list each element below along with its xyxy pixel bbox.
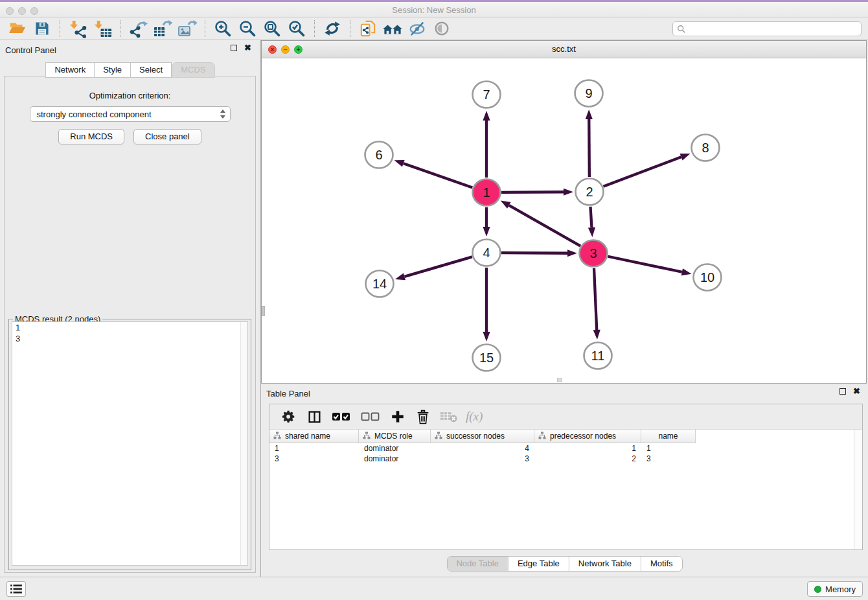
optimization-criterion-label: Optimization criterion: [5,91,255,100]
import-table-button[interactable] [90,18,115,39]
hide-panels-icon [407,19,427,38]
status-bar: Memory [0,577,868,600]
search-input[interactable] [686,25,857,34]
graph-edge[interactable] [608,257,682,272]
zoom-selected-button[interactable] [284,18,309,39]
criterion-dropdown[interactable]: strongly connected component [30,106,231,122]
clone-network-icon [359,19,378,38]
save-session-button[interactable] [30,18,54,39]
table-row[interactable]: 1dominator411 [269,443,862,454]
graph-edge-arrowhead [483,227,490,237]
add-column-button[interactable] [389,407,407,426]
table-row[interactable]: 3dominator323 [269,454,862,464]
refresh-icon [323,19,341,38]
table-cell[interactable]: 1 [534,443,641,454]
search-box[interactable] [672,21,862,36]
export-image-button[interactable] [175,18,200,39]
zoom-out-button[interactable] [235,18,260,39]
close-panel-icon[interactable]: ✖ [244,45,251,51]
close-panel-button[interactable]: Close panel [133,129,201,144]
table-body: 1dominator4113dominator323 [269,443,862,464]
mcds-result-text[interactable]: 13 [12,321,248,566]
graph-edge[interactable] [509,205,580,246]
import-network-button[interactable] [65,18,90,39]
tab-network-table[interactable]: Network Table [569,557,641,571]
graph-edge[interactable] [589,119,589,177]
tab-network[interactable]: Network [45,62,95,78]
import-table-icon [93,19,112,38]
graph-edge[interactable] [604,157,681,187]
graph-node-label: 8 [702,141,709,155]
table-cell[interactable]: 1 [269,443,359,454]
delete-table-icon [440,410,457,423]
table-settings-button[interactable] [280,407,298,426]
column-header-mcds-role[interactable]: MCDS role [359,430,431,443]
export-table-button[interactable] [150,18,175,39]
graph-edge[interactable] [501,253,567,253]
canvas-vscroll-thumb[interactable] [262,306,265,316]
graph-edge-arrowhead [394,160,405,167]
tab-node-table[interactable]: Node Table [447,557,508,571]
graph-edge-arrowhead [681,268,692,275]
graph-node-label: 1 [483,185,490,200]
app-titlebar: Session: New Session [0,0,868,17]
delete-column-button[interactable] [414,407,432,426]
column-header-predecessor-nodes[interactable]: predecessor nodes [534,430,641,443]
session-home-button[interactable] [380,18,405,39]
float-panel-icon[interactable] [231,45,237,51]
table-cell[interactable]: dominator [359,443,431,454]
export-network-button[interactable] [126,18,150,39]
column-header-shared-name[interactable]: shared name [269,430,359,443]
memory-button[interactable]: Memory [807,581,863,597]
unselect-all-columns-button[interactable] [360,407,382,426]
graph-edge[interactable] [404,257,472,276]
network-window-titlebar[interactable]: × – + scc.txt [262,41,866,58]
table-panel-title: Table Panel [266,389,310,398]
float-table-panel-icon[interactable] [839,388,846,395]
task-history-button[interactable] [6,581,26,597]
network-window-title: scc.txt [262,44,866,54]
column-header-successor-nodes[interactable]: successor nodes [431,430,534,443]
graph-edge[interactable] [501,192,564,192]
table-scrollbar[interactable] [854,430,862,549]
network-canvas[interactable]: 7968124314101511 [262,58,866,383]
table-cell[interactable]: 1 [641,443,696,454]
zoom-in-button[interactable] [211,18,235,39]
tab-motifs[interactable]: Motifs [641,557,682,571]
show-panels-icon [433,19,451,38]
clone-network-button[interactable] [356,18,380,39]
refresh-layout-button[interactable] [320,18,345,39]
network-view-window: × – + scc.txt 7968124314101511 [261,40,867,384]
graph-edge-arrowhead [593,330,600,340]
graph-node-label: 2 [586,185,593,199]
run-mcds-button[interactable]: Run MCDS [58,129,124,144]
result-scrollbar[interactable] [240,322,247,565]
graph-edge[interactable] [594,268,597,330]
close-table-panel-icon[interactable]: ✖ [853,388,860,395]
open-session-button[interactable] [5,18,30,39]
table-cell[interactable]: dominator [359,454,431,464]
column-header-name[interactable]: name [641,430,696,443]
show-panels-button[interactable] [429,18,454,39]
column-layout-button[interactable] [305,407,323,426]
select-all-columns-button[interactable] [330,407,352,426]
tab-style[interactable]: Style [95,62,131,78]
graph-edge-arrowhead [588,227,595,237]
zoom-in-icon [214,19,232,38]
plus-icon [391,410,405,424]
graph-edge-arrowhead [483,332,490,341]
table-cell[interactable]: 3 [269,454,359,464]
graph-edge[interactable] [590,207,591,227]
table-cell[interactable]: 3 [641,454,696,464]
table-cell[interactable]: 4 [431,443,534,454]
graph-edge[interactable] [404,163,473,187]
table-cell[interactable]: 3 [431,454,534,464]
table-cell[interactable]: 2 [534,454,641,464]
function-builder-button-disabled: f(x) [464,410,483,424]
tab-edge-table[interactable]: Edge Table [508,557,569,571]
zoom-fit-button[interactable] [260,18,284,39]
hide-panels-button[interactable] [405,18,429,39]
canvas-grip[interactable] [557,378,562,382]
tab-select[interactable]: Select [131,62,172,78]
tab-mcds[interactable]: MCDS [172,62,214,78]
